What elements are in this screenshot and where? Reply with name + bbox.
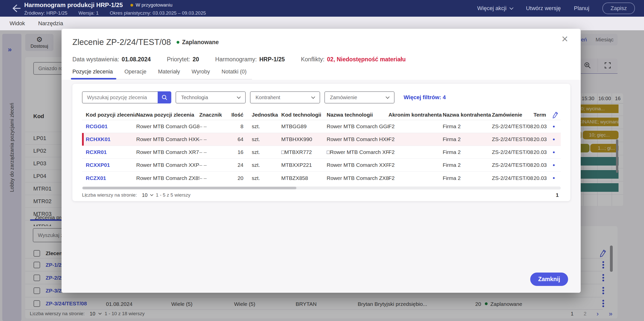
source-label: Źródłowy: HRP-1/25 (24, 10, 67, 16)
col-header-acronym[interactable]: Akronim kontrahenta (388, 112, 443, 118)
col-header-edit[interactable] (550, 111, 561, 119)
search-button[interactable] (158, 91, 171, 103)
status-dot-icon (177, 41, 179, 44)
menu-bar: Widok Narzędzia (0, 17, 644, 30)
modal-title: Zlecenie ZP-2/24/TEST/08 (72, 37, 171, 47)
chevron-down-icon (510, 6, 514, 10)
close-modal-button[interactable]: Zamknij (530, 273, 568, 286)
back-icon[interactable] (11, 4, 21, 13)
tab-products[interactable]: Wyroby (192, 69, 210, 75)
divider: | (85, 191, 86, 199)
row-menu-icon[interactable] (553, 177, 555, 179)
info-schedules: Harmonogramy:HRP-1/25 (215, 56, 285, 63)
version-label: Wersja: 1 (78, 10, 99, 16)
table-row[interactable]: RCXXP01 Rower MTB Comarch XXP2... – – 24… (82, 159, 561, 172)
item-search-field[interactable] (82, 91, 171, 103)
app-window: Harmonogram produkcji HRP-1/25 W przygot… (0, 0, 644, 321)
order-details-modal: Zlecenie ZP-2/24/TEST/08 Zaplanowane × D… (62, 29, 581, 293)
scrollbar-thumb[interactable] (82, 187, 296, 189)
chevron-down-icon (386, 95, 390, 99)
col-header-contractor[interactable]: Nazwa kontrahenta (443, 112, 492, 118)
info-issue-date: Data wystawienia:01.08.2024 (72, 56, 151, 63)
menu-tools[interactable]: Narzędzia (38, 20, 63, 27)
row-menu-icon[interactable] (553, 151, 555, 153)
chevron-down-icon[interactable] (150, 193, 153, 196)
chevron-down-icon (237, 95, 241, 99)
row-menu-icon[interactable] (553, 139, 555, 140)
more-filters-link[interactable]: Więcej filtrów: 4 (404, 94, 446, 101)
order-filter-select[interactable]: Zamówienie (324, 91, 395, 103)
tab-order-items[interactable]: Pozycje zlecenia (72, 69, 113, 75)
col-header-unit[interactable]: Jednostka (246, 112, 281, 118)
page-1-button[interactable]: 1 (556, 192, 561, 198)
modal-status: Zaplanowane (177, 39, 219, 46)
rows-per-page-label: Liczba wierszy na stronie: (82, 192, 137, 198)
item-code-link[interactable]: RCGG01 (82, 123, 136, 129)
more-actions-button[interactable]: Więcej akcji (477, 5, 513, 12)
table-row-highlighted[interactable]: RCHXK01 Rower MTB Comarch HXK9... – – 64… (82, 133, 561, 146)
col-header-order[interactable]: Zamówienie (492, 112, 534, 118)
col-header-tech-code[interactable]: Kod technologii (281, 112, 327, 118)
schedule-status: W przygotowaniu (130, 2, 173, 8)
close-icon[interactable]: × (562, 33, 568, 44)
save-button[interactable]: Zapisz (602, 3, 635, 14)
item-code-link[interactable]: RCXR01 (82, 149, 136, 155)
col-header-name[interactable]: Nazwa pozycji zlecenia (136, 112, 199, 118)
menu-view[interactable]: Widok (10, 20, 25, 27)
rows-range-label: 1 - 5 z 5 wierszy (156, 192, 190, 198)
table-row[interactable]: RCGG01 Rower MTB Comarch GG89 – – 8 szt.… (82, 120, 561, 133)
modal-tabs: Pozycje zlecenia Operacje Materiały Wyro… (72, 69, 252, 79)
item-code-link[interactable]: RCZX01 (82, 175, 136, 181)
col-header-qty[interactable]: Ilość (228, 112, 246, 118)
pencil-icon (552, 111, 559, 119)
col-header-term[interactable]: Term (534, 112, 550, 118)
item-search-input[interactable] (87, 94, 154, 101)
info-conflicts: Konflikty:02, Niedostępność materiału (301, 56, 406, 63)
chevron-down-icon (311, 95, 315, 99)
rows-per-page-value[interactable]: 10 (142, 192, 148, 198)
status-label: W przygotowaniu (136, 2, 173, 8)
table-row[interactable]: RCXR01 Rower MTB Comarch XR772 – – 16 sz… (82, 146, 561, 159)
col-header-code[interactable]: Kod pozycji zlecenia (82, 112, 136, 118)
table-header-row: Kod pozycji zlecenia Nazwa pozycji zlece… (82, 110, 561, 120)
order-items-card: Technologia Kontrahent Zamówienie Więcej… (72, 84, 570, 201)
create-version-button[interactable]: Utwórz wersję (526, 5, 561, 12)
period-label: Okres planistyczny: 03.03.2025 – 09.03.2… (110, 10, 206, 16)
row-menu-icon[interactable] (553, 164, 555, 166)
top-bar: Harmonogram produkcji HRP-1/25 W przygot… (0, 0, 644, 17)
page-title: Harmonogram produkcji HRP-1/25 (24, 2, 123, 9)
technology-filter-select[interactable]: Technologia (176, 91, 246, 103)
col-header-tech-name[interactable]: Nazwa technologii (327, 112, 388, 118)
row-menu-icon[interactable] (553, 126, 555, 127)
tab-notes[interactable]: Notatki (0) (221, 69, 246, 75)
tab-operations[interactable]: Operacje (124, 69, 146, 75)
col-header-marker[interactable]: Znacznik (199, 112, 228, 118)
plan-button[interactable]: Planuj (574, 5, 589, 12)
modal-pagination: Liczba wierszy na stronie: 10 | 1 - 5 z … (82, 192, 561, 198)
schedule-header: Harmonogram produkcji HRP-1/25 W przygot… (24, 2, 206, 16)
info-priority: Priorytet:20 (167, 56, 199, 63)
item-code-link[interactable]: RCHXK01 (82, 136, 136, 142)
status-dot-icon (130, 4, 133, 7)
item-code-link[interactable]: RCXXP01 (82, 162, 136, 168)
contractor-filter-select[interactable]: Kontrahent (250, 91, 320, 103)
table-row[interactable]: RCZX01 Rower MTB Comarch ZX858 – – 20 sz… (82, 172, 561, 184)
tab-materials[interactable]: Materiały (158, 69, 180, 75)
table-horizontal-scrollbar[interactable] (82, 186, 561, 190)
order-items-table: Kod pozycji zlecenia Nazwa pozycji zlece… (82, 110, 561, 184)
